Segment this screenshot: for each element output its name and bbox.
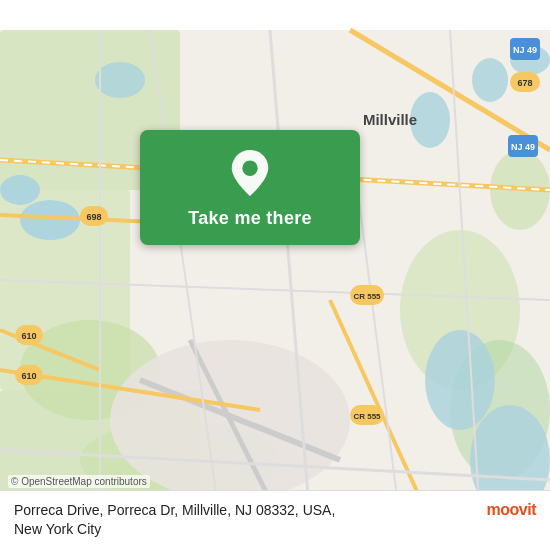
svg-point-10 — [0, 175, 40, 205]
svg-text:NJ 49: NJ 49 — [511, 142, 535, 152]
address-line2: New York City — [14, 520, 477, 540]
svg-point-15 — [425, 330, 495, 430]
svg-text:610: 610 — [21, 371, 36, 381]
map-background: NJ 49 NJ 49 698 678 610 610 CR 555 CR 55… — [0, 0, 550, 550]
map-pin-icon — [228, 148, 272, 198]
svg-point-13 — [472, 58, 508, 102]
address-block: Porreca Drive, Porreca Dr, Millville, NJ… — [14, 501, 477, 540]
map-container: NJ 49 NJ 49 698 678 610 610 CR 555 CR 55… — [0, 0, 550, 550]
svg-text:NJ 49: NJ 49 — [513, 45, 537, 55]
take-me-there-label: Take me there — [188, 208, 312, 229]
svg-text:678: 678 — [517, 78, 532, 88]
bottom-bar: Porreca Drive, Porreca Dr, Millville, NJ… — [0, 490, 550, 550]
svg-text:CR 555: CR 555 — [353, 412, 381, 421]
svg-text:610: 610 — [21, 331, 36, 341]
address-line1: Porreca Drive, Porreca Dr, Millville, NJ… — [14, 501, 477, 521]
moovit-logo: moovit — [487, 501, 536, 519]
take-me-there-button[interactable]: Take me there — [140, 130, 360, 245]
svg-text:698: 698 — [86, 212, 101, 222]
svg-point-11 — [95, 62, 145, 98]
osm-credit: © OpenStreetMap contributors — [8, 475, 150, 488]
svg-text:CR 555: CR 555 — [353, 292, 381, 301]
svg-point-51 — [242, 161, 257, 176]
svg-text:Millville: Millville — [363, 111, 417, 128]
moovit-brand-text: moovit — [487, 501, 536, 519]
